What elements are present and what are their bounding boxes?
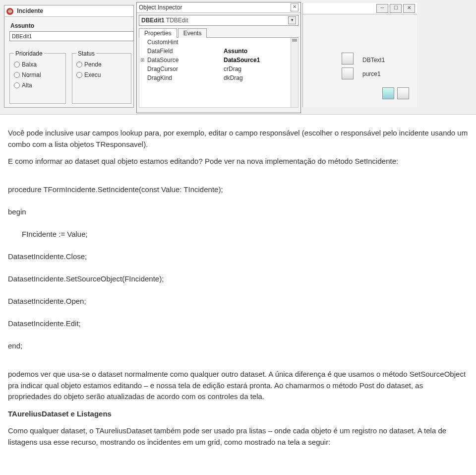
app-icon: ⊖ <box>6 8 13 15</box>
group-prioridade-title: Prioridade <box>14 50 44 57</box>
code-line: begin <box>8 206 468 218</box>
group-status: Status Pende Execu <box>72 53 131 104</box>
radio-baixa-label: Baixa <box>22 61 37 68</box>
tab-properties[interactable]: Properties <box>139 28 177 38</box>
tab-properties-label: Properties <box>144 30 172 37</box>
nonvisual-component-1[interactable] <box>342 53 354 65</box>
prop-val[interactable]: crDrag <box>222 65 298 73</box>
prop-name: DataSource <box>139 56 222 65</box>
prop-val[interactable] <box>222 38 298 47</box>
prop-name: DragKind <box>139 73 222 82</box>
purce1-label: purce1 <box>362 70 381 77</box>
group-status-title: Status <box>76 50 96 57</box>
group-prioridade: Prioridade Baixa Normal Alta <box>9 53 66 104</box>
radio-pendente[interactable]: Pende <box>75 60 128 69</box>
code-line: end; <box>8 340 468 352</box>
tab-events-label: Events <box>183 30 202 37</box>
code-line: DatasetIncidente.SetSourceObject(FIncide… <box>8 273 468 285</box>
code-line: procedure TFormIncidente.SetIncidente(co… <box>8 184 468 196</box>
code-block: procedure TFormIncidente.SetIncidente(co… <box>8 173 468 363</box>
code-line: DatasetIncidente.Open; <box>8 296 468 307</box>
paragraph: podemos ver que usa-se o dataset normalm… <box>8 369 468 403</box>
code-line: DatasetIncidente.Close; <box>8 251 468 263</box>
inspector-tabs: Properties Events <box>139 28 298 38</box>
code-line: DatasetIncidente.Edit; <box>8 318 468 330</box>
form-incidente: ⊖ Incidente Assunto DBEdit1 Prioridade B… <box>4 5 134 108</box>
radio-pendente-label: Pende <box>84 61 102 68</box>
radio-normal[interactable]: Normal <box>13 70 62 79</box>
right-window: ─ ☐ ✕ DBText1 purce1 <box>302 3 417 107</box>
maximize-button[interactable]: ☐ <box>390 4 402 13</box>
paragraph: Você pode inclusive usar campos lookup p… <box>8 128 468 150</box>
radio-normal-label: Normal <box>22 71 41 78</box>
section-heading: TAureliusDataset e Listagens <box>8 408 468 420</box>
radio-baixa[interactable]: Baixa <box>13 60 62 69</box>
prop-val[interactable]: Assunto <box>222 47 298 56</box>
prop-val[interactable]: dkDrag <box>222 73 298 82</box>
label-assunto: Assunto <box>10 22 34 29</box>
right-window-titlebar: ─ ☐ ✕ <box>303 3 417 14</box>
prop-val[interactable]: DataSource1 <box>222 56 298 65</box>
code-line: FIncidente := Value; <box>8 229 468 240</box>
inspector-component-combo[interactable]: DBEdit1 TDBEdit ▾ <box>139 15 298 26</box>
nonvisual-component-4[interactable] <box>397 87 409 99</box>
ide-screenshot: ⊖ Incidente Assunto DBEdit1 Prioridade B… <box>0 0 476 115</box>
paragraph: E como informar ao dataset qual objeto e… <box>8 156 468 167</box>
inspector-title-text: Object Inspector <box>139 2 182 12</box>
prop-name: DataField <box>139 47 222 56</box>
scrollbar-thumb[interactable] <box>292 39 297 42</box>
radio-alta-label: Alta <box>22 82 32 89</box>
code-text: FIncidente := Value; <box>8 229 88 240</box>
inspector-combo-type: TDBEdit <box>166 17 188 24</box>
dbedit1[interactable]: DBEdit1 <box>9 31 134 41</box>
inspector-titlebar: Object Inspector ✕ <box>137 2 300 13</box>
nonvisual-component-2[interactable] <box>342 68 354 79</box>
minimize-button[interactable]: ─ <box>376 4 388 13</box>
inspector-close-button[interactable]: ✕ <box>291 3 298 11</box>
close-button[interactable]: ✕ <box>403 4 415 13</box>
inspector-combo-name: DBEdit1 <box>141 17 165 24</box>
chevron-down-icon[interactable]: ▾ <box>288 16 296 24</box>
object-inspector: Object Inspector ✕ DBEdit1 TDBEdit ▾ Pro… <box>136 2 301 113</box>
form-title-text: Incidente <box>17 7 43 14</box>
property-grid-scrollbar[interactable] <box>291 38 298 107</box>
dbtext1-label: DBText1 <box>362 57 385 64</box>
prop-name: DragCursor <box>139 65 222 73</box>
form-titlebar: ⊖ Incidente <box>4 5 133 17</box>
dbedit1-text: DBEdit1 <box>12 33 32 39</box>
property-grid[interactable]: CustomHint DataField Assunto DataSource … <box>139 38 298 108</box>
paragraph: Como qualquer dataset, o TAureliusDatase… <box>8 425 468 448</box>
prop-row-customhint[interactable]: CustomHint <box>139 38 298 47</box>
prop-row-dragkind[interactable]: DragKind dkDrag <box>139 73 298 82</box>
article-body: Você pode inclusive usar campos lookup p… <box>0 115 476 461</box>
tab-events[interactable]: Events <box>178 28 207 38</box>
prop-row-datasource[interactable]: DataSource DataSource1 <box>139 56 298 65</box>
radio-execucao[interactable]: Execu <box>75 70 128 79</box>
radio-alta[interactable]: Alta <box>13 81 62 90</box>
radio-execucao-label: Execu <box>84 71 101 78</box>
prop-row-datafield[interactable]: DataField Assunto <box>139 47 298 56</box>
prop-row-dragcursor[interactable]: DragCursor crDrag <box>139 65 298 73</box>
prop-name: CustomHint <box>139 38 222 47</box>
nonvisual-component-3[interactable] <box>382 87 394 99</box>
